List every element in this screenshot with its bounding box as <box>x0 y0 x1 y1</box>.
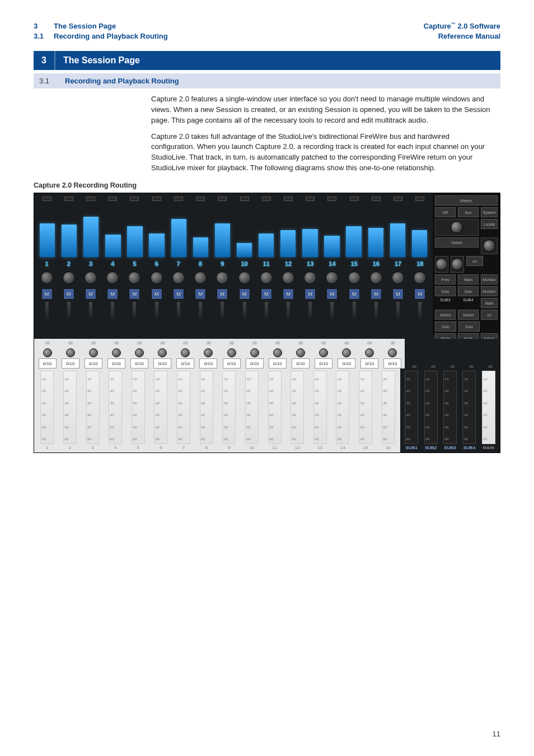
track-label-box[interactable]: 0/10 <box>199 358 217 368</box>
trim-knob[interactable] <box>342 348 351 357</box>
track-label-box[interactable]: 0/10 <box>269 358 287 368</box>
pan-knob[interactable] <box>260 272 273 284</box>
link-icon[interactable] <box>152 197 161 201</box>
mute-button[interactable]: M <box>195 288 206 300</box>
trim-knob[interactable] <box>89 348 98 357</box>
talkback-dial[interactable] <box>483 240 495 252</box>
sp-select-3[interactable]: Select <box>458 310 479 320</box>
sp-on[interactable]: on <box>466 256 483 266</box>
track-label-box[interactable]: 0/10 <box>176 358 194 368</box>
mute-button[interactable]: M <box>63 288 74 300</box>
trim-knob[interactable] <box>319 348 328 357</box>
link-icon[interactable] <box>306 197 315 201</box>
link-icon[interactable] <box>196 197 205 201</box>
mute-button[interactable]: M <box>239 288 250 300</box>
mute-button[interactable]: M <box>107 288 118 300</box>
sp-locate[interactable]: Locate <box>481 219 498 229</box>
link-icon[interactable] <box>240 197 249 201</box>
mute-button[interactable]: M <box>349 288 360 300</box>
trim-knob[interactable] <box>43 348 52 357</box>
track-label-box[interactable]: 0/10 <box>107 358 125 368</box>
monitor-dial[interactable] <box>451 221 463 234</box>
mute-button[interactable]: M <box>326 288 338 300</box>
sp-solo-b[interactable]: Solo <box>458 286 479 296</box>
sp-aux[interactable]: Aux <box>458 207 479 217</box>
trim-knob[interactable] <box>158 348 167 357</box>
sp-prev[interactable]: Prev <box>435 274 456 284</box>
pan-knob[interactable] <box>172 272 185 284</box>
track-label-box[interactable]: 0/10 <box>153 358 171 368</box>
sp-main2[interactable]: Main <box>481 298 498 308</box>
track-label-box[interactable]: 0/10 <box>338 358 355 368</box>
mute-button[interactable]: M <box>41 288 53 300</box>
pan-knob[interactable] <box>41 272 53 284</box>
pan-knob[interactable] <box>326 272 338 284</box>
trim-knob[interactable] <box>66 348 75 357</box>
pan-knob[interactable] <box>216 272 228 284</box>
pan-knob[interactable] <box>370 272 382 284</box>
pan-knob[interactable] <box>63 272 75 284</box>
track-label-box[interactable]: 0/10 <box>39 358 57 368</box>
pan-knob[interactable] <box>238 272 251 284</box>
mute-button[interactable]: M <box>371 288 382 300</box>
sp-system[interactable]: System <box>481 207 498 217</box>
track-label-box[interactable]: 0/10 <box>62 358 79 368</box>
sp-mon2[interactable]: Monitor <box>481 286 498 296</box>
pan-knob[interactable] <box>392 272 404 284</box>
link-icon[interactable] <box>372 197 381 201</box>
trim-knob[interactable] <box>227 348 236 357</box>
link-icon[interactable] <box>43 197 51 201</box>
track-label-box[interactable]: 0/10 <box>130 358 148 368</box>
sp-main[interactable]: Main <box>458 274 479 284</box>
trim-knob[interactable] <box>388 348 397 357</box>
mute-button[interactable]: M <box>151 288 162 300</box>
sp-gr[interactable]: GR <box>435 207 456 217</box>
sp-solo-c[interactable]: Solo <box>435 321 456 332</box>
link-icon[interactable] <box>284 197 293 201</box>
sp-solo-d[interactable]: Solo <box>458 321 480 332</box>
trim-knob[interactable] <box>365 348 374 357</box>
dial-a[interactable] <box>435 258 448 270</box>
sp-meters[interactable]: Meters <box>435 195 498 206</box>
mute-button[interactable]: M <box>173 288 184 300</box>
trim-knob[interactable] <box>296 348 305 357</box>
trim-knob[interactable] <box>250 348 259 357</box>
track-label-box[interactable]: 0/10 <box>383 358 401 368</box>
trim-knob[interactable] <box>135 348 144 357</box>
track-label-box[interactable]: 0/10 <box>85 358 102 368</box>
link-icon[interactable] <box>218 197 227 201</box>
trim-knob[interactable] <box>112 348 121 357</box>
link-icon[interactable] <box>415 197 424 201</box>
pan-knob[interactable] <box>194 272 207 284</box>
pan-knob[interactable] <box>128 272 140 284</box>
track-label-box[interactable]: 0/10 <box>360 358 378 368</box>
link-icon[interactable] <box>174 197 183 201</box>
mute-button[interactable]: M <box>414 288 425 300</box>
sp-mon[interactable]: Monitor <box>481 274 498 284</box>
link-icon[interactable] <box>108 197 117 201</box>
track-label-box[interactable]: 0/10 <box>223 358 241 368</box>
track-label-box[interactable]: 0/10 <box>246 358 264 368</box>
pan-knob[interactable] <box>106 272 119 284</box>
track-label-box[interactable]: 0/10 <box>292 358 310 368</box>
mute-button[interactable]: M <box>85 288 96 300</box>
link-icon[interactable] <box>394 197 402 201</box>
link-icon[interactable] <box>130 197 139 201</box>
sp-on2[interactable]: on <box>481 310 498 320</box>
trim-knob[interactable] <box>273 348 282 357</box>
link-icon[interactable] <box>64 197 73 201</box>
dial-b[interactable] <box>451 258 463 270</box>
sp-select-2[interactable]: Select <box>435 310 456 320</box>
mute-button[interactable]: M <box>217 288 228 300</box>
pan-knob[interactable] <box>304 272 316 284</box>
pan-knob[interactable] <box>151 272 163 284</box>
pan-knob[interactable] <box>348 272 360 284</box>
pan-knob[interactable] <box>85 272 97 284</box>
mute-button[interactable]: M <box>392 288 404 300</box>
link-icon[interactable] <box>327 197 336 201</box>
trim-knob[interactable] <box>204 348 213 357</box>
pan-knob[interactable] <box>282 272 294 284</box>
mute-button[interactable]: M <box>261 288 272 300</box>
track-label-box[interactable]: 0/10 <box>315 358 332 368</box>
link-icon[interactable] <box>262 197 271 201</box>
